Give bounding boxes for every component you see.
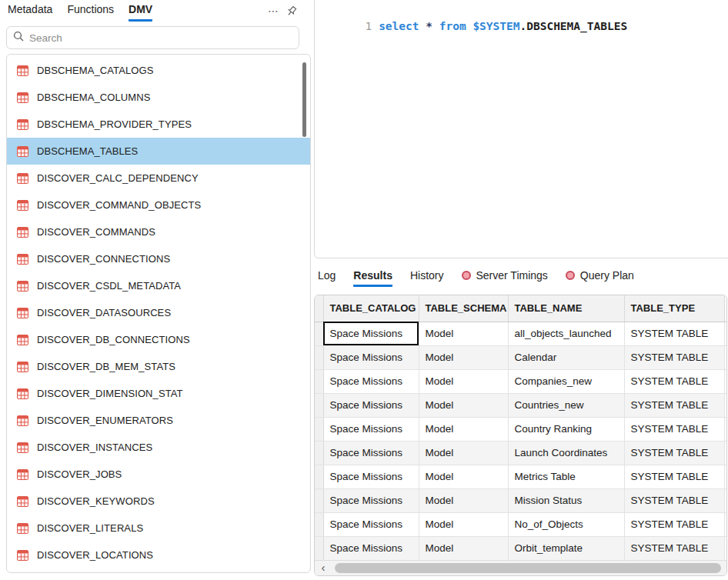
dmv-item-dbschema-tables[interactable]: DBSCHEMA_TABLES	[7, 138, 310, 165]
grid-cell[interactable]: Model	[419, 488, 508, 512]
grid-cell[interactable]: Launch Coordinates	[508, 441, 624, 465]
results-tab-label: Results	[353, 269, 392, 282]
grid-cell[interactable]: Model	[419, 322, 508, 345]
dmv-item-discover-command-objects[interactable]: DISCOVER_COMMAND_OBJECTS	[7, 192, 310, 218]
grid-cell[interactable]: Model	[419, 441, 508, 465]
row-gutter[interactable]	[315, 417, 323, 441]
grid-cell[interactable]: Metrics Table	[508, 465, 624, 488]
grid-cell[interactable]: Calendar	[508, 345, 624, 369]
row-gutter[interactable]	[315, 322, 323, 345]
dmv-item-discover-enumerators[interactable]: DISCOVER_ENUMERATORS	[7, 407, 310, 434]
grid-cell[interactable]: Space Missions	[323, 369, 419, 393]
grid-cell[interactable]: SYSTEM TABLE	[624, 369, 724, 393]
dmv-item-discover-calc-dependency[interactable]: DISCOVER_CALC_DEPENDENCY	[7, 165, 310, 192]
table-icon	[17, 308, 28, 318]
grid-cell[interactable]: Model	[419, 536, 508, 560]
row-gutter[interactable]	[315, 512, 323, 536]
search-box[interactable]	[6, 26, 299, 49]
grid-cell[interactable]: all_objects_launched	[508, 322, 624, 345]
grid-cell[interactable]: Space Missions	[323, 488, 419, 512]
row-gutter[interactable]	[315, 393, 323, 417]
scroll-left-arrow-icon[interactable]: ‹	[315, 561, 332, 575]
dmv-item-label: DISCOVER_INSTANCES	[37, 442, 152, 453]
results-tab-results[interactable]: Results	[353, 269, 392, 287]
column-header-table-name[interactable]: TABLE_NAME	[508, 295, 624, 322]
grid-cell[interactable]: Countries_new	[508, 393, 624, 417]
grid-cell[interactable]: Model	[419, 393, 508, 417]
grid-cell[interactable]: Space Missions	[323, 322, 419, 345]
panel-tab-functions[interactable]: Functions	[67, 3, 114, 22]
grid-cell[interactable]: Model	[419, 369, 508, 393]
dmv-item-discover-literals[interactable]: DISCOVER_LITERALS	[7, 515, 310, 542]
dmv-item-discover-commands[interactable]: DISCOVER_COMMANDS	[7, 218, 310, 245]
dmv-item-discover-datasources[interactable]: DISCOVER_DATASOURCES	[7, 299, 310, 326]
results-tab-bar: LogResultsHistoryServer TimingsQuery Pla…	[318, 269, 634, 287]
dmv-item-dbschema-catalogs[interactable]: DBSCHEMA_CATALOGS	[7, 57, 310, 84]
results-tab-log[interactable]: Log	[318, 269, 336, 287]
grid-cell[interactable]: Space Missions	[323, 345, 419, 369]
table-icon	[17, 469, 28, 480]
grid-cell[interactable]: SYSTEM TABLE	[624, 393, 724, 417]
grid-cell[interactable]: Country Ranking	[508, 417, 624, 441]
grid-cell[interactable]: Space Missions	[323, 441, 419, 465]
dmv-item-discover-instances[interactable]: DISCOVER_INSTANCES	[7, 434, 310, 461]
grid-cell[interactable]: Model	[419, 512, 508, 536]
column-header-table-type[interactable]: TABLE_TYPE	[624, 295, 724, 322]
row-gutter[interactable]	[315, 369, 323, 393]
grid-cell[interactable]: Space Missions	[323, 417, 419, 441]
panel-tab-metadata[interactable]: Metadata	[8, 3, 52, 22]
grid-cell[interactable]: Space Missions	[323, 536, 419, 560]
vertical-scrollbar-thumb[interactable]	[302, 62, 306, 137]
grid-cell[interactable]: Companies_new	[508, 369, 624, 393]
horizontal-scrollbar[interactable]: ‹	[315, 560, 726, 575]
grid-cell[interactable]: SYSTEM TABLE	[624, 536, 724, 560]
pin-icon[interactable]	[286, 5, 298, 18]
dmv-item-dbschema-provider-types[interactable]: DBSCHEMA_PROVIDER_TYPES	[7, 111, 310, 138]
grid-cell[interactable]: Model	[419, 465, 508, 488]
panel-tab-dmv[interactable]: DMV	[129, 3, 152, 22]
query-editor[interactable]: 1select * from $SYSTEM.DBSCHEMA_TABLES	[314, 0, 728, 258]
grid-cell[interactable]: Orbit_template	[508, 536, 624, 560]
grid-cell[interactable]: Space Missions	[323, 393, 419, 417]
row-gutter[interactable]	[315, 441, 323, 465]
results-tab-server-timings[interactable]: Server Timings	[462, 269, 548, 287]
dmv-item-label: DBSCHEMA_PROVIDER_TYPES	[37, 118, 192, 130]
grid-cell[interactable]: SYSTEM TABLE	[624, 322, 724, 345]
column-header-table-catalog[interactable]: TABLE_CATALOG	[323, 295, 419, 322]
grid-cell[interactable]: Space Missions	[323, 465, 419, 488]
more-options-icon[interactable]: ⋯	[268, 3, 279, 18]
row-gutter[interactable]	[315, 465, 323, 488]
dmv-item-discover-locks[interactable]: DISCOVER_LOCKS	[7, 568, 310, 573]
grid-cell[interactable]: SYSTEM TABLE	[624, 512, 724, 536]
search-input[interactable]	[29, 32, 292, 44]
grid-cell[interactable]: SYSTEM TABLE	[624, 465, 724, 488]
dmv-item-discover-db-connections[interactable]: DISCOVER_DB_CONNECTIONS	[7, 326, 310, 353]
dmv-item-discover-locations[interactable]: DISCOVER_LOCATIONS	[7, 542, 310, 568]
dmv-item-discover-db-mem-stats[interactable]: DISCOVER_DB_MEM_STATS	[7, 353, 310, 380]
grid-cell[interactable]: Space Missions	[323, 512, 419, 536]
dmv-item-discover-dimension-stat[interactable]: DISCOVER_DIMENSION_STAT	[7, 380, 310, 407]
grid-cell[interactable]: SYSTEM TABLE	[624, 345, 724, 369]
dmv-item-dbschema-columns[interactable]: DBSCHEMA_COLUMNS	[7, 84, 310, 111]
results-tab-query-plan[interactable]: Query Plan	[566, 269, 634, 287]
grid-cell[interactable]: SYSTEM TABLE	[624, 417, 724, 441]
dmv-item-discover-connections[interactable]: DISCOVER_CONNECTIONS	[7, 245, 310, 272]
dmv-item-discover-jobs[interactable]: DISCOVER_JOBS	[7, 461, 310, 488]
grid-cell[interactable]: Model	[419, 345, 508, 369]
dmv-item-discover-csdl-metadata[interactable]: DISCOVER_CSDL_METADATA	[7, 272, 310, 299]
dmv-item-discover-keywords[interactable]: DISCOVER_KEYWORDS	[7, 488, 310, 515]
grid-cell[interactable]: Model	[419, 417, 508, 441]
grid-cell[interactable]: Mission Status	[508, 488, 624, 512]
row-gutter[interactable]	[315, 488, 323, 512]
grid-cell[interactable]: SYSTEM TABLE	[624, 441, 724, 465]
status-dot-icon	[462, 271, 471, 280]
row-gutter-header[interactable]	[315, 295, 323, 322]
horizontal-scrollbar-thumb[interactable]	[335, 563, 721, 573]
grid-cell[interactable]: No_of_Objects	[508, 512, 624, 536]
column-header-table-schema[interactable]: TABLE_SCHEMA	[419, 295, 508, 322]
grid-cell[interactable]: SYSTEM TABLE	[624, 488, 724, 512]
results-tab-history[interactable]: History	[410, 269, 444, 287]
row-gutter[interactable]	[315, 536, 323, 560]
row-gutter[interactable]	[315, 345, 323, 369]
grid-header-row: TABLE_CATALOGTABLE_SCHEMATABLE_NAMETABLE…	[315, 295, 726, 322]
